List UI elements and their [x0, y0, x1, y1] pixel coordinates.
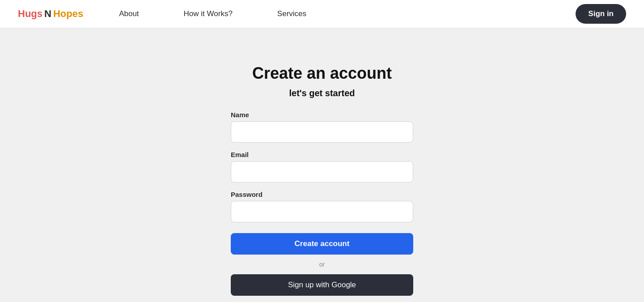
page-subtitle: let's get started	[289, 88, 355, 98]
signin-button[interactable]: Sign in	[576, 4, 626, 24]
logo-hopes: Hopes	[53, 8, 83, 20]
logo[interactable]: Hugs N Hopes	[18, 8, 83, 20]
email-label: Email	[231, 151, 413, 158]
password-input[interactable]	[231, 201, 413, 222]
email-input[interactable]	[231, 161, 413, 183]
signup-form: Name Email Password Create account or Si…	[231, 111, 413, 302]
google-signup-button[interactable]: Sign up with Google	[231, 274, 413, 296]
navbar: Hugs N Hopes About How it Works? Service…	[0, 0, 644, 28]
name-input[interactable]	[231, 121, 413, 143]
nav-link-about[interactable]: About	[119, 9, 139, 18]
page-title: Create an account	[252, 64, 392, 83]
nav-link-services[interactable]: Services	[277, 9, 306, 18]
create-account-button[interactable]: Create account	[231, 233, 413, 255]
name-label: Name	[231, 111, 413, 119]
nav-links: About How it Works? Services	[119, 9, 576, 18]
logo-n: N	[44, 8, 51, 20]
main-content: Create an account let's get started Name…	[0, 28, 644, 302]
logo-hugs: Hugs	[18, 8, 42, 20]
nav-link-how-it-works[interactable]: How it Works?	[184, 9, 233, 18]
or-divider: or	[231, 261, 413, 268]
password-label: Password	[231, 191, 413, 198]
